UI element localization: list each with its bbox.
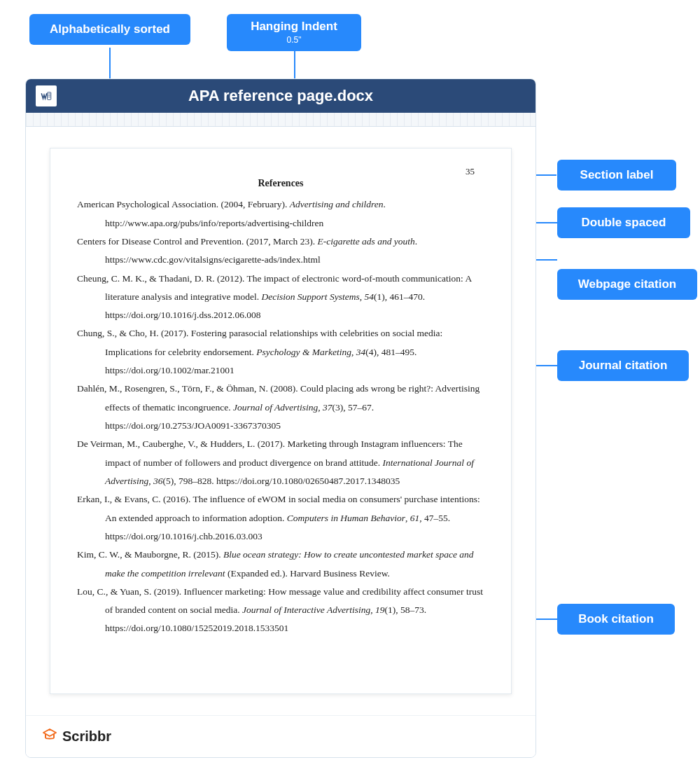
tag-text: Section label — [580, 168, 654, 181]
document-window: APA reference page.docx 35 References Am… — [25, 78, 536, 758]
reference-entry: Kim, C. W., & Mauborgne, R. (2015). Blue… — [77, 546, 484, 583]
tag-text: Journal citation — [579, 359, 668, 372]
tag-double-spaced: Double spaced — [557, 207, 690, 238]
page-number: 35 — [465, 163, 475, 180]
reference-entry: Lou, C., & Yuan, S. (2019). Influencer m… — [77, 583, 484, 638]
tag-text: Alphabetically sorted — [50, 22, 170, 36]
page-area: 35 References American Psychological Ass… — [26, 127, 536, 715]
footer: Scribbr — [26, 715, 536, 757]
tag-text: Webpage citation — [578, 277, 676, 291]
references-list: American Psychological Association. (200… — [77, 195, 484, 638]
reference-entry: American Psychological Association. (200… — [77, 195, 484, 233]
tag-text: Book citation — [578, 612, 654, 626]
tag-subtext: 0.5" — [242, 35, 346, 45]
reference-entry: Erkan, I., & Evans, C. (2016). The influ… — [77, 490, 484, 546]
tag-text: Double spaced — [582, 216, 666, 229]
tag-book-citation: Book citation — [557, 604, 675, 635]
logo-icon — [41, 726, 58, 747]
logo: Scribbr — [41, 726, 111, 747]
tag-text: Hanging Indent — [251, 20, 337, 33]
tag-journal-citation: Journal citation — [557, 350, 689, 381]
page: 35 References American Psychological Ass… — [50, 148, 512, 694]
reference-entry: Chung, S., & Cho, H. (2017). Fostering p… — [77, 324, 484, 380]
svg-rect-0 — [48, 92, 51, 100]
tag-section-label: Section label — [557, 160, 676, 191]
ruler — [26, 113, 536, 127]
tag-webpage-citation: Webpage citation — [557, 269, 697, 300]
titlebar: APA reference page.docx — [26, 79, 536, 113]
section-heading: References — [77, 174, 484, 193]
reference-entry: Centers for Disease Control and Preventi… — [77, 233, 484, 270]
tag-alphabetically-sorted: Alphabetically sorted — [29, 14, 190, 45]
tag-hanging-indent: Hanging Indent 0.5" — [227, 14, 361, 51]
logo-text: Scribbr — [62, 728, 111, 745]
reference-entry: De Veirman, M., Cauberghe, V., & Hudders… — [77, 435, 484, 490]
word-icon — [36, 85, 57, 106]
reference-entry: Cheung, C. M. K., & Thadani, D. R. (2012… — [77, 270, 484, 325]
reference-entry: Dahlén, M., Rosengren, S., Törn, F., & Ö… — [77, 380, 484, 435]
document-title: APA reference page.docx — [57, 87, 526, 105]
